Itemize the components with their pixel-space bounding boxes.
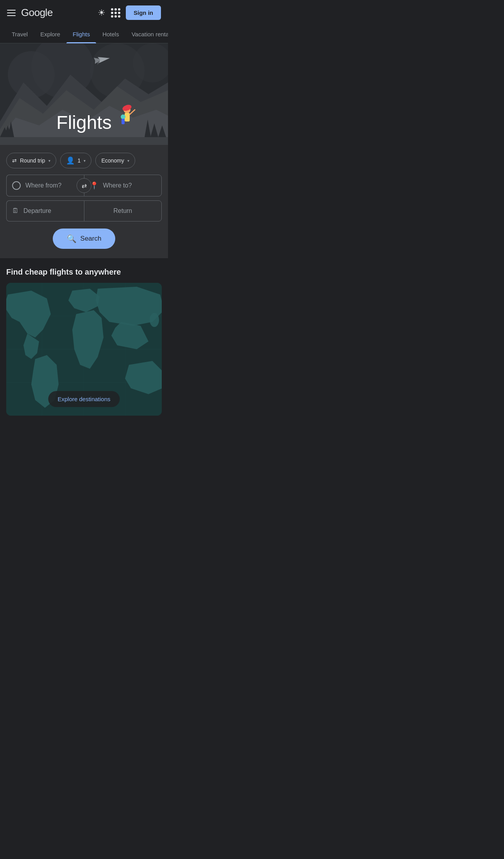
nav-item-hotels[interactable]: Hotels <box>96 25 125 43</box>
location-row: Where from? ⇄ 📍 Where to? <box>6 175 162 196</box>
search-panel: ⇄ Round trip ▾ 👤 1 ▾ Economy ▾ Where fro… <box>0 145 168 258</box>
menu-icon[interactable] <box>7 10 16 16</box>
nav-item-explore[interactable]: Explore <box>34 25 66 43</box>
hero-section: Flights <box>0 43 168 145</box>
apps-icon[interactable] <box>111 8 120 18</box>
passengers-label: 1 <box>78 157 81 164</box>
cabin-class-label: Economy <box>101 157 124 164</box>
trip-type-chevron: ▾ <box>48 159 50 163</box>
departure-field[interactable]: 🗓 Departure <box>6 200 84 221</box>
explore-destinations-button[interactable]: Explore destinations <box>48 391 120 407</box>
header-right: ☀ Sign in <box>98 5 161 20</box>
calendar-icon: 🗓 <box>12 207 19 215</box>
svg-point-31 <box>150 313 159 327</box>
hero-title: Flights <box>0 112 168 133</box>
google-logo: Google <box>21 7 53 19</box>
nav-item-vacation-rentals[interactable]: Vacation rentals <box>125 25 168 43</box>
trip-options: ⇄ Round trip ▾ 👤 1 ▾ Economy ▾ <box>6 153 162 168</box>
return-label: Return <box>113 207 132 214</box>
departure-label: Departure <box>23 207 51 214</box>
date-row: 🗓 Departure Return <box>6 200 162 221</box>
origin-icon <box>12 181 21 190</box>
return-field[interactable]: Return <box>84 200 162 221</box>
passengers-selector[interactable]: 👤 1 ▾ <box>60 153 92 168</box>
nav-item-flights[interactable]: Flights <box>66 25 96 43</box>
section-title: Find cheap flights to anywhere <box>6 268 162 277</box>
search-label: Search <box>80 235 102 243</box>
map-section: Explore destinations <box>6 283 162 416</box>
svg-rect-8 <box>0 137 168 145</box>
sign-in-button[interactable]: Sign in <box>126 5 161 20</box>
brightness-icon[interactable]: ☀ <box>98 8 105 18</box>
destination-placeholder: Where to? <box>103 182 132 189</box>
cabin-class-selector[interactable]: Economy ▾ <box>95 153 135 168</box>
search-icon: 🔍 <box>67 234 77 243</box>
header-left: Google <box>7 7 53 19</box>
header: Google ☀ Sign in <box>0 0 168 25</box>
trip-type-selector[interactable]: ⇄ Round trip ▾ <box>6 153 56 168</box>
origin-field[interactable]: Where from? <box>6 175 84 196</box>
main-content: Find cheap flights to anywhere <box>0 258 168 416</box>
passengers-chevron: ▾ <box>84 159 86 163</box>
swap-button[interactable]: ⇄ <box>77 178 91 193</box>
trip-type-label: Round trip <box>20 157 45 164</box>
nav-item-travel[interactable]: Travel <box>5 25 34 43</box>
swap-icon: ⇄ <box>12 157 17 164</box>
cabin-class-chevron: ▾ <box>127 159 129 163</box>
origin-placeholder: Where from? <box>25 182 61 189</box>
destination-field[interactable]: 📍 Where to? <box>84 175 162 196</box>
person-icon: 👤 <box>66 156 75 165</box>
search-button[interactable]: 🔍 Search <box>53 229 116 249</box>
main-nav: Travel Explore Flights Hotels Vacation r… <box>0 25 168 43</box>
